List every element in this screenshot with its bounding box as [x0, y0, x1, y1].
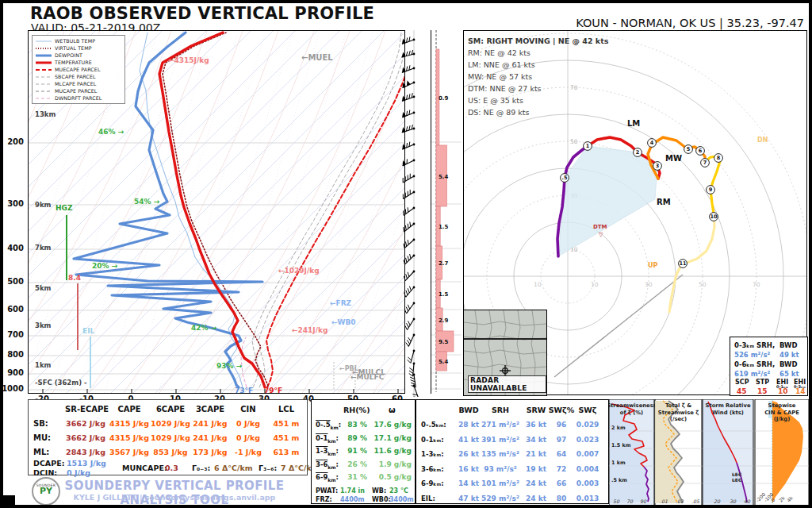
pressure-label-700: 700 [0, 330, 24, 339]
dcin-value: 0 J/kg [67, 468, 90, 477]
legend-label: WETBULB TEMP [55, 38, 95, 44]
thermo-value: 4315 J/kg [105, 433, 153, 442]
storm-motion-line-label: RM: NE @ 42 kts [468, 47, 608, 59]
pressure-label-400: 400 [0, 244, 24, 252]
storm-motion-line-label: SM: RIGHT MOVING | NE @ 42 kts [468, 35, 608, 47]
barb-feather [406, 307, 408, 311]
rh-value: 89 % [340, 434, 367, 442]
barb-feather [405, 225, 406, 230]
rh-row-label-0-1: 0-1km: [316, 434, 339, 444]
height-label: 3km [35, 321, 51, 329]
srh-row-label: 0-1ₖₘ: [421, 436, 444, 444]
barb-feather [408, 224, 408, 229]
thermo-value: 3567 J/kg [105, 448, 153, 456]
legend-row: TEMPERATURE [35, 59, 122, 66]
mini-xtick: .03 [676, 498, 684, 504]
srh-bwd-info-box: 0-3ₖₘ SRH,BWD526 m²/s²49 kt0-6ₖₘ SRH,BWD… [730, 337, 808, 396]
barb-staff [408, 335, 414, 347]
legend-label: VIRTUAL TEMP [55, 45, 92, 51]
height-label: 7km [35, 244, 51, 252]
omega-value: 2.7 [439, 260, 449, 267]
ring-label: 50 [699, 281, 707, 288]
mini-xtick: .05 [691, 498, 700, 504]
barb-feather [410, 254, 411, 259]
barb-feather [406, 258, 407, 263]
srh-bwd-header-0-6: BWD [779, 360, 797, 368]
legend-row: DEWPOINT [35, 52, 122, 59]
legend-line-sample [35, 89, 52, 94]
barb-feather [408, 207, 408, 212]
legend-line-sample [35, 53, 52, 58]
barb-staff [411, 351, 414, 363]
hodo-label-DTM: DTM [593, 224, 607, 230]
mini-height-label: 1 km [611, 460, 626, 466]
srh-bwd-header-0-3: 0-3ₖₘ SRH, [734, 341, 775, 349]
annotation-93: 93% → [216, 362, 242, 370]
index-value-SCP: 45 [737, 387, 747, 395]
storm-motion-line-label: DTM: NNE @ 27 kts [468, 83, 608, 94]
hodo-segment-9km-plus [669, 214, 714, 312]
hodo-label-DN: DN [757, 137, 768, 144]
barb-feather [408, 288, 409, 293]
mini-xtick: .01 [660, 498, 668, 504]
mini-xtick: 90 [640, 498, 647, 504]
barb-feather [409, 371, 413, 373]
pressure-label-500: 500 [0, 277, 24, 286]
height-marker-label: 11 [679, 260, 687, 267]
wb-label: WB: [372, 487, 386, 495]
barb-staff [403, 176, 414, 183]
footer-credit: KYLE J GILLETT | sounderpysoundings.anvi… [56, 493, 293, 502]
thermo-header-3CAPE: 3CAPE [190, 405, 231, 414]
thermo-header-6CAPE: 6CAPE [150, 405, 191, 414]
mini-xtick: 40 [744, 498, 751, 504]
srh-row-label: 0-.5ₖₘ: [421, 421, 446, 429]
storm-motion-line-label: LM: NNE @ 61 kts [468, 59, 608, 71]
rh-header: RH(%) [343, 406, 370, 414]
storm-motion-line-label: MW: NE @ 57 kts [468, 71, 608, 83]
legend-line-sample [35, 96, 52, 101]
legend-line-sample [35, 39, 52, 44]
height-marker-label: 6 [699, 148, 703, 154]
wind-barb-column [388, 30, 431, 397]
app-canvas: { "header": { "title": "RAOB OBSERVED VE… [0, 0, 812, 508]
legend-line-sample [35, 46, 52, 51]
height-label: 9km [35, 201, 51, 209]
legend-row: VIRTUAL TEMP [35, 44, 122, 52]
height-label: 5km [35, 284, 51, 292]
station-label: KOUN - NORMAN, OK US | 35.23, -97.47 [576, 17, 804, 29]
legend-label: DEWPOINT [55, 52, 82, 58]
barb-staff [408, 319, 414, 330]
rh-row-label-1-3: 1-3km: [316, 447, 339, 456]
rh-value: 26 % [340, 460, 367, 468]
mixing-ratio-value: 11.6 g/kg [370, 447, 412, 455]
hodo-label-UP: UP [648, 262, 657, 269]
barb-feather [406, 343, 408, 347]
omega-header: ω [389, 406, 396, 414]
srh-value: 0.007 [567, 450, 608, 458]
sounderpy-logo: SOUNDER PY [32, 477, 60, 506]
barb-feather [404, 244, 404, 248]
muncape-label: MUNCAPE: [122, 464, 167, 472]
barb-feather [404, 293, 406, 298]
srh-bwd-header-0-6: 0-6ₖₘ SRH, [734, 360, 775, 368]
mini-title-1: (/sec) [670, 416, 687, 422]
srh-row-label: EIL: [421, 495, 435, 502]
pressure-label-1000: 1000 [0, 384, 24, 393]
omega-value: 0.9 [439, 95, 449, 102]
legend-row: MLCAPE PARCEL [35, 80, 122, 87]
height-label: 1km [35, 361, 51, 369]
dcape-value: 1513 J/kg [67, 459, 106, 468]
annotation-84: 8.4 [68, 274, 81, 282]
lapse-0-3-value: 6 Δ°C/km [214, 464, 253, 472]
legend-label: SBCAPE PARCEL [55, 74, 96, 79]
wb0-label: WB0: [372, 496, 391, 503]
srh-value: 0.013 [567, 495, 608, 502]
barb-feather [407, 143, 408, 148]
barb-feather [410, 222, 411, 227]
omega-value: 9.5 [439, 339, 449, 345]
height-marker-label: 1 [586, 143, 590, 149]
frz-value: 4400m [340, 496, 365, 503]
annotation-frz: ←FRZ [330, 299, 351, 307]
muncape-value: 0.3 [165, 464, 178, 472]
height-marker-label: 2 [636, 149, 640, 156]
